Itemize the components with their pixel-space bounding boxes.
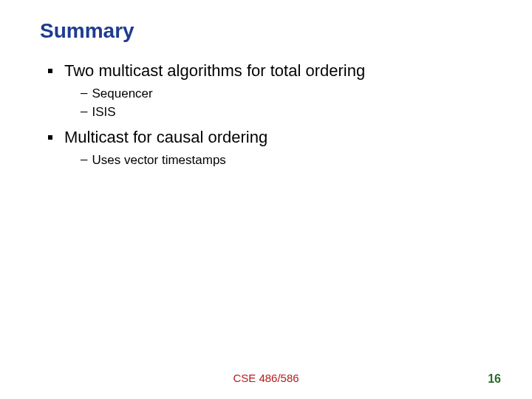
- bullet-item: Multicast for causal ordering: [48, 127, 491, 148]
- sub-text: Uses vector timestamps: [92, 152, 225, 168]
- footer-course: CSE 486/586: [0, 372, 532, 384]
- bullet-text: Multicast for causal ordering: [64, 127, 267, 148]
- bullet-text: Two multicast algorithms for total order…: [64, 61, 365, 81]
- bullet-icon: [48, 69, 52, 73]
- dash-icon: –: [81, 152, 87, 167]
- sub-list: – Sequencer – ISIS: [81, 86, 491, 120]
- sub-text: ISIS: [92, 104, 115, 120]
- sub-list: – Uses vector timestamps: [81, 152, 491, 168]
- sub-text: Sequencer: [92, 86, 152, 101]
- dash-icon: –: [81, 104, 87, 119]
- slide-content: Two multicast algorithms for total order…: [48, 61, 491, 175]
- page-number: 16: [488, 372, 501, 386]
- bullet-item: Two multicast algorithms for total order…: [48, 61, 491, 81]
- sub-item: – Sequencer: [81, 86, 491, 101]
- sub-item: – Uses vector timestamps: [81, 152, 491, 168]
- sub-item: – ISIS: [81, 104, 491, 120]
- dash-icon: –: [81, 86, 87, 100]
- slide: Summary Two multicast algorithms for tot…: [0, 0, 532, 399]
- bullet-icon: [48, 135, 52, 140]
- slide-title: Summary: [40, 19, 134, 43]
